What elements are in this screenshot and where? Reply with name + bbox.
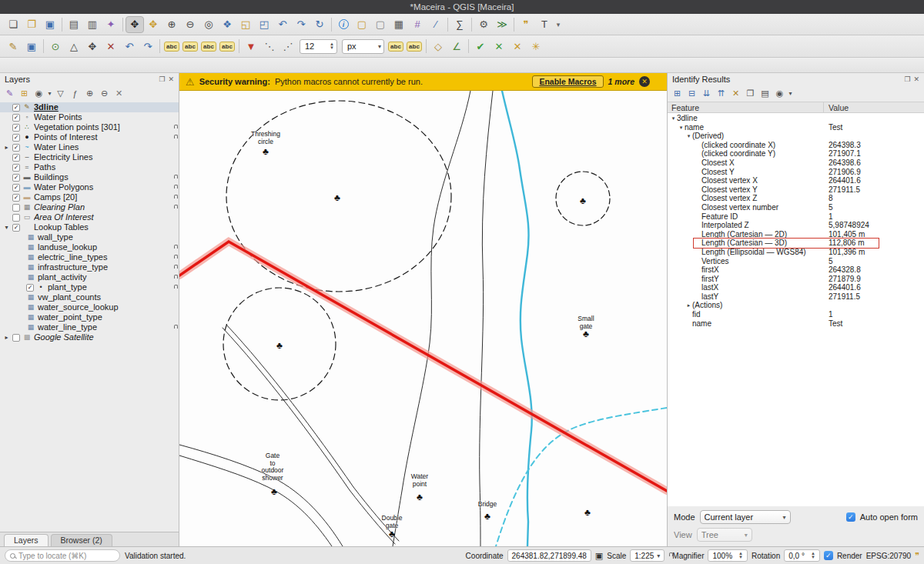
auto-open-form-checkbox[interactable]: ✓ <box>846 512 855 522</box>
table-plant-activity[interactable]: ▦ plant_activity <box>0 272 179 282</box>
layer-labeling-icon[interactable]: abc <box>162 38 181 55</box>
layer-google-satellite[interactable]: ▸ ▩ Google Satellite <box>0 332 179 342</box>
layer-checkbox[interactable]: ✓ <box>12 134 20 142</box>
check-geometries-icon[interactable]: ✔ <box>471 38 490 55</box>
tracing-icon[interactable]: ∠ <box>447 38 466 55</box>
collapse-new-results-icon[interactable]: ⇈ <box>714 87 728 101</box>
identify-row[interactable]: Interpolated Z 5,98748924 <box>668 221 924 230</box>
identify-row[interactable]: (clicked coordinate Y) 271907.1 <box>668 149 924 159</box>
value-column-header[interactable]: Value <box>824 103 924 112</box>
layer-checkbox[interactable]: ✓ <box>12 174 20 182</box>
group-lookup-tables[interactable]: ▾ ✓ Lookup Tables <box>0 222 179 232</box>
python-console-icon[interactable]: ≫ <box>493 16 511 33</box>
stepper-icon[interactable]: ▲▼ <box>738 552 743 559</box>
identify-row[interactable]: Closest X 264398.6 <box>668 159 924 168</box>
manage-map-themes-icon[interactable]: ◉ <box>32 87 46 101</box>
pin-labels-icon[interactable]: abc <box>199 38 218 55</box>
layer-buildings[interactable]: ✓ ▬ Buildings <box>0 172 179 182</box>
table-water-point-type[interactable]: ▦ water_point_type <box>0 312 179 322</box>
layer-water-polygons[interactable]: ✓ ▬ Water Polygons <box>0 182 179 192</box>
layer-checkbox[interactable]: ✓ <box>12 224 20 232</box>
layer-checkbox[interactable]: ✓ <box>12 154 20 162</box>
field-calculator-icon[interactable]: # <box>408 16 427 33</box>
toggle-extents-icon[interactable]: ▣ <box>595 551 603 561</box>
panel-float-icon[interactable]: ❐ <box>904 75 910 83</box>
pan-to-selection-icon[interactable]: ✥ <box>144 16 162 33</box>
text-annotation-icon[interactable]: T <box>535 16 554 33</box>
scale-combo[interactable]: 1:225 ▾ <box>630 549 665 562</box>
layer-checkbox[interactable]: ✓ <box>12 144 20 152</box>
identify-row[interactable]: Closest vertex Z 8 <box>668 194 924 203</box>
crs-badge[interactable]: EPSG:20790 <box>866 552 911 560</box>
zoom-last-icon[interactable]: ↶ <box>273 16 292 33</box>
save-layer-edits-icon[interactable]: ▣ <box>22 38 41 55</box>
layout-manager-icon[interactable]: ▥ <box>83 16 102 33</box>
font-size-combo[interactable]: 12 ▲▼ <box>300 39 337 54</box>
filter-expression-icon[interactable]: ƒ <box>68 87 82 101</box>
view-select[interactable]: Tree ▾ <box>697 528 752 542</box>
filter-legend-icon[interactable]: ▽ <box>53 87 68 101</box>
magnifier-spinner[interactable]: 100% ▲▼ <box>708 549 748 562</box>
table-water-line-type[interactable]: ▦ water_line_type <box>0 322 179 332</box>
expander-icon[interactable]: ▸ <box>685 301 692 310</box>
processing-toolbox-icon[interactable]: ⚙ <box>474 16 493 33</box>
move-feature-icon[interactable]: ✥ <box>83 38 102 55</box>
deselect-features-icon[interactable]: ▢ <box>371 16 390 33</box>
expander-icon[interactable]: ▾ <box>678 123 685 132</box>
identify-row[interactable]: Closest vertex X 264401.6 <box>668 176 924 185</box>
layer-checkbox[interactable]: ✓ <box>12 194 20 202</box>
unit-combo[interactable]: px ▾ <box>342 39 384 54</box>
star-icon[interactable]: ✳ <box>527 38 545 55</box>
identify-row[interactable]: ▸ (Actions) <box>668 301 924 310</box>
zoom-next-icon[interactable]: ↷ <box>292 16 310 33</box>
rotation-spinner[interactable]: 0,0 ° ▲▼ <box>784 549 820 562</box>
identify-row[interactable]: (clicked coordinate X) 264398.3 <box>668 141 924 150</box>
undo-icon[interactable]: ↶ <box>120 38 139 55</box>
log-messages-icon[interactable]: ❞ <box>915 551 919 561</box>
panel-close-icon[interactable]: ✕ <box>168 75 174 83</box>
measure-icon[interactable]: ∕ <box>427 16 445 33</box>
themes-caret-icon[interactable]: ▾ <box>46 87 53 101</box>
add-feature-icon[interactable]: ⊙ <box>46 38 65 55</box>
remove-layer-icon[interactable]: ✕ <box>112 87 126 101</box>
tab-layers[interactable]: Layers <box>4 534 49 546</box>
identify-row[interactable]: firstX 264328.8 <box>668 265 924 275</box>
zoom-to-layer-icon[interactable]: ◰ <box>255 16 273 33</box>
layer-electricity-lines[interactable]: ✓ ‒ Electricity Lines <box>0 152 179 162</box>
tab-browser[interactable]: Browser (2) <box>51 534 112 546</box>
map-tips-icon[interactable]: ❞ <box>517 16 535 33</box>
layer-water-points[interactable]: ✓ ◦ Water Points <box>0 112 179 122</box>
banner-more-link[interactable]: 1 more <box>608 77 634 86</box>
expander-icon[interactable]: ▸ <box>3 332 10 342</box>
identify-row[interactable]: lastY 271911.5 <box>668 292 924 302</box>
collapse-tree-icon[interactable]: ⊟ <box>685 87 699 101</box>
curved-label-icon[interactable]: ⋱ <box>260 38 279 55</box>
identify-row[interactable]: ▾ 3dline <box>668 114 924 123</box>
enable-macros-button[interactable]: Enable Macros <box>532 75 603 88</box>
panel-float-icon[interactable]: ❐ <box>159 75 165 83</box>
identify-row[interactable]: Closest vertex number 5 <box>668 203 924 212</box>
table-landuse-lookup[interactable]: ▦ landuse_lookup <box>0 242 179 252</box>
expander-icon[interactable]: ▸ <box>3 142 10 152</box>
render-checkbox[interactable]: ✓ <box>824 551 833 560</box>
topology-warning-icon[interactable]: ✕ <box>508 38 527 55</box>
identify-row[interactable]: ▾ name Test <box>668 123 924 132</box>
zoom-full-icon[interactable]: ❖ <box>218 16 236 33</box>
new-project-icon[interactable]: ❏ <box>4 16 22 33</box>
label-marker-icon[interactable]: ▼ <box>242 38 260 55</box>
layer-checkbox[interactable]: ✓ <box>12 164 20 172</box>
identify-row[interactable]: Closest vertex Y 271911.5 <box>668 185 924 195</box>
open-layer-styling-icon[interactable]: ✎ <box>2 87 17 101</box>
identify-features-icon[interactable]: i <box>334 16 353 33</box>
identify-row[interactable]: ▾ (Derived) <box>668 132 924 141</box>
rotate-label-icon[interactable]: abc <box>405 38 424 55</box>
layer-checkbox[interactable]: ✓ <box>26 284 34 292</box>
panel-close-icon[interactable]: ✕ <box>913 75 919 83</box>
identify-row[interactable]: Length (Cartesian — 3D) 112,806 m <box>668 239 924 248</box>
linked-label-icon[interactable]: ⋰ <box>279 38 297 55</box>
expand-tree-icon[interactable]: ⊞ <box>670 87 685 101</box>
zoom-to-selection-icon[interactable]: ◱ <box>236 16 255 33</box>
identify-row[interactable]: lastX 264401.6 <box>668 283 924 292</box>
stepper-icon[interactable]: ▲▼ <box>811 552 815 559</box>
table-vw-plant-counts[interactable]: ▦ vw_plant_counts <box>0 292 179 302</box>
